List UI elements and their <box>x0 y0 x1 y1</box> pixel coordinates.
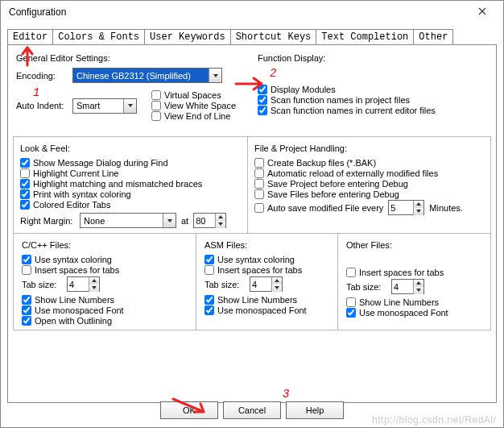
asm-linenum-checkbox[interactable] <box>204 295 214 305</box>
tab-other[interactable]: Other <box>413 29 453 45</box>
other-tabsize-label: Tab size: <box>346 282 391 292</box>
other-tabsize-spinner[interactable] <box>391 279 424 294</box>
general-title: General Editor Settings: <box>16 53 242 63</box>
other-files: Other Files: Insert spaces for tabs Tab … <box>337 234 490 330</box>
scan-project-label: Scan function names in project files <box>271 95 410 105</box>
asm-monofont-checkbox[interactable] <box>204 305 214 315</box>
c-cpp-files: C/C++ Files: Use syntax coloring Insert … <box>14 234 196 330</box>
asm-tabsize-label: Tab size: <box>204 280 250 289</box>
tab-shortcut-keys[interactable]: Shortcut Keys <box>230 29 317 45</box>
autosave-spinner[interactable] <box>388 200 424 215</box>
autoindent-value: Smart <box>73 100 123 111</box>
autoreload-label: Automatic reload of externally modified … <box>267 168 438 178</box>
scan-project-checkbox[interactable] <box>258 95 267 105</box>
other-insert-spaces-label: Insert spaces for tabs <box>359 268 444 277</box>
otherfiles-title: Other Files: <box>346 240 485 250</box>
spinner-buttons[interactable] <box>215 214 225 228</box>
colored-tabs-label: Colored Editor Tabs <box>33 200 110 210</box>
other-insert-spaces-checkbox[interactable] <box>346 268 356 277</box>
tab-colors-fonts[interactable]: Colors & Fonts <box>52 29 145 45</box>
lookfeel-title: Look & Feel: <box>20 143 244 153</box>
other-monofont-label: Use monospaced Font <box>359 308 448 318</box>
function-display-title: Function Display: <box>258 53 491 63</box>
c-insert-spaces-checkbox[interactable] <box>22 265 31 275</box>
config-window: Configuration Editor Colors & Fonts User… <box>0 0 504 428</box>
right-margin-at-spinner[interactable] <box>193 213 226 228</box>
autoreload-checkbox[interactable] <box>254 168 264 178</box>
c-monofont-checkbox[interactable] <box>22 305 31 315</box>
right-margin-at-label: at <box>181 216 188 226</box>
c-linenum-checkbox[interactable] <box>22 295 31 305</box>
autoindent-combo[interactable]: Smart <box>72 98 137 114</box>
right-margin-combo[interactable]: None <box>80 213 176 228</box>
other-monofont-checkbox[interactable] <box>346 308 356 318</box>
asm-insert-spaces-label: Insert spaces for tabs <box>217 265 302 275</box>
c-linenum-label: Show Line Numbers <box>35 295 114 305</box>
spinner-buttons[interactable] <box>413 280 423 294</box>
c-outlining-checkbox[interactable] <box>22 316 31 326</box>
autosave-checkbox[interactable] <box>254 203 264 213</box>
save-proj-debug-checkbox[interactable] <box>254 179 264 189</box>
asm-files: ASM Files: Use syntax coloring Insert sp… <box>196 234 337 330</box>
close-button[interactable] <box>466 4 498 20</box>
right-margin-at-value[interactable] <box>194 215 215 226</box>
tab-user-keywords[interactable]: User Keywords <box>144 29 231 45</box>
cfiles-title: C/C++ Files: <box>22 240 191 250</box>
spinner-buttons[interactable] <box>89 277 99 292</box>
display-modules-checkbox[interactable] <box>258 85 267 94</box>
backup-checkbox[interactable] <box>254 158 264 168</box>
function-display: Function Display: Display Modules Scan f… <box>254 50 491 116</box>
c-tabsize-spinner[interactable] <box>67 276 100 292</box>
chevron-down-icon <box>414 208 423 215</box>
asm-linenum-label: Show Line Numbers <box>217 295 297 305</box>
view-whitespace-checkbox[interactable] <box>151 101 161 110</box>
virtual-spaces-checkbox[interactable] <box>151 90 161 100</box>
ok-button[interactable]: OK <box>160 401 218 419</box>
print-syntax-checkbox[interactable] <box>20 189 30 199</box>
asm-use-syntax-label: Use syntax coloring <box>217 255 295 264</box>
autoindent-label: Auto Indent: <box>16 101 72 110</box>
view-eol-checkbox[interactable] <box>151 111 161 121</box>
asm-tabsize-value[interactable] <box>250 279 271 290</box>
asm-use-syntax-checkbox[interactable] <box>204 255 214 264</box>
chevron-up-icon <box>414 201 423 208</box>
spinner-buttons[interactable] <box>271 277 282 292</box>
chevron-down-icon <box>89 285 99 292</box>
tab-strip: Editor Colors & Fonts User Keywords Shor… <box>1 23 503 44</box>
tab-editor[interactable]: Editor <box>7 29 53 45</box>
show-msg-checkbox[interactable] <box>20 158 30 168</box>
other-linenum-checkbox[interactable] <box>346 297 356 307</box>
other-tabsize-value[interactable] <box>392 281 413 293</box>
encoding-label: Encoding: <box>16 71 72 81</box>
asmfiles-title: ASM Files: <box>204 240 333 250</box>
c-tabsize-value[interactable] <box>68 279 89 290</box>
help-button[interactable]: Help <box>286 401 344 419</box>
chevron-up-icon <box>89 277 99 285</box>
chevron-up-icon <box>216 214 225 221</box>
colored-tabs-checkbox[interactable] <box>20 200 30 210</box>
other-linenum-label: Show Line Numbers <box>359 297 439 307</box>
highlight-line-label: Highlight Current Line <box>33 168 118 178</box>
encoding-combo[interactable]: Chinese GB2312 (Simplified) <box>72 68 222 83</box>
tab-text-completion[interactable]: Text Completion <box>316 29 414 45</box>
spinner-buttons[interactable] <box>413 201 423 215</box>
view-eol-label: View End of Line <box>164 111 230 121</box>
c-use-syntax-checkbox[interactable] <box>22 255 31 264</box>
file-project-handling: File & Project Handling: Create Backup f… <box>247 137 490 233</box>
highlight-braces-checkbox[interactable] <box>20 179 30 189</box>
highlight-line-checkbox[interactable] <box>20 168 30 178</box>
display-modules-label: Display Modules <box>271 85 336 94</box>
asm-tabsize-spinner[interactable] <box>250 276 283 292</box>
scan-current-checkbox[interactable] <box>258 106 267 115</box>
asm-insert-spaces-checkbox[interactable] <box>204 265 214 275</box>
cancel-button[interactable]: Cancel <box>223 401 281 419</box>
chevron-down-icon <box>272 285 282 292</box>
save-proj-debug-label: Save Project before entering Debug <box>267 179 408 189</box>
chevron-down-icon <box>123 99 136 113</box>
c-monofont-label: Use monospaced Font <box>35 305 124 315</box>
highlight-braces-label: Highlight matching and mismatched braces <box>33 179 202 189</box>
save-files-debug-checkbox[interactable] <box>254 189 264 199</box>
backup-label: Create Backup files (*.BAK) <box>267 158 376 168</box>
autosave-suffix: Minutes. <box>429 203 463 213</box>
autosave-value[interactable] <box>389 203 410 213</box>
